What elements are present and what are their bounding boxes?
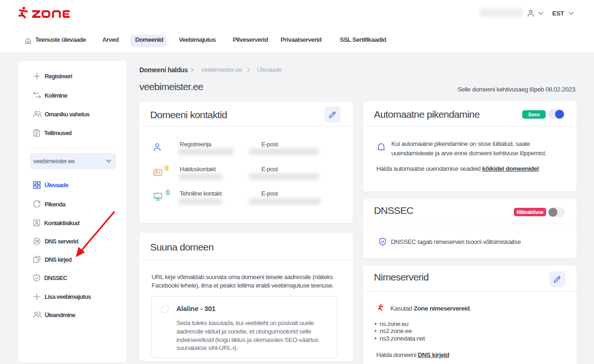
svg-text:DNS: DNS xyxy=(35,240,39,243)
